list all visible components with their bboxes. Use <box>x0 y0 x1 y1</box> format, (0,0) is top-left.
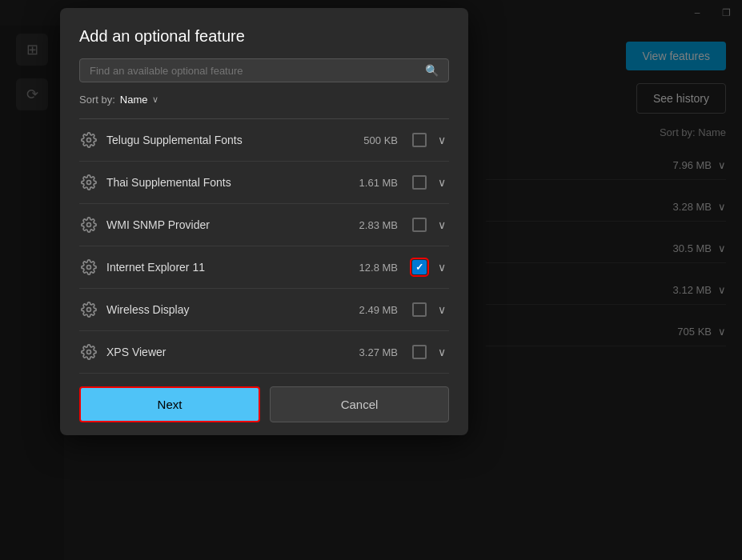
feature-name: Thai Supplemental Fonts <box>106 176 351 189</box>
dialog-title: Add an optional feature <box>79 27 449 46</box>
search-row[interactable]: 🔍 <box>79 58 449 82</box>
dialog-footer: Next Cancel <box>60 374 468 435</box>
sort-chevron-icon[interactable]: ∨ <box>152 94 158 105</box>
cancel-button[interactable]: Cancel <box>270 386 449 422</box>
feature-expand-icon[interactable]: ∨ <box>435 346 449 358</box>
feature-size: 500 KB <box>363 134 398 146</box>
dialog-header: Add an optional feature 🔍 Sort by: Name … <box>60 8 468 118</box>
svg-point-2 <box>87 223 91 227</box>
feature-checkbox[interactable] <box>412 175 427 190</box>
feature-name: Telugu Supplemental Fonts <box>106 134 355 146</box>
svg-point-3 <box>87 266 91 270</box>
feature-row: WMI SNMP Provider2.83 MB∨ <box>79 204 449 246</box>
feature-gear-icon <box>79 215 98 234</box>
sort-by-label: Sort by: <box>79 94 115 106</box>
feature-name: WMI SNMP Provider <box>106 218 351 231</box>
feature-row: XPS Viewer3.27 MB∨ <box>79 331 449 374</box>
feature-expand-icon[interactable]: ∨ <box>435 218 449 231</box>
feature-expand-icon[interactable]: ∨ <box>435 176 449 189</box>
feature-row: Telugu Supplemental Fonts500 KB∨ <box>79 119 449 162</box>
search-icon: 🔍 <box>425 64 439 77</box>
feature-row: Internet Explorer 1112.8 MB∨ <box>79 246 449 289</box>
sort-value[interactable]: Name <box>120 94 148 106</box>
feature-gear-icon <box>79 173 98 192</box>
search-input[interactable] <box>90 65 425 77</box>
svg-point-5 <box>87 350 91 354</box>
feature-gear-icon <box>79 342 98 362</box>
feature-checkbox[interactable] <box>412 133 427 147</box>
feature-size: 3.27 MB <box>359 346 398 358</box>
feature-name: XPS Viewer <box>106 346 351 358</box>
feature-checkbox[interactable] <box>412 345 427 359</box>
svg-point-1 <box>87 181 91 185</box>
feature-gear-icon <box>79 258 98 277</box>
feature-gear-icon <box>79 130 98 150</box>
feature-size: 2.49 MB <box>359 304 398 316</box>
sort-row: Sort by: Name ∨ <box>79 94 449 106</box>
feature-size: 1.61 MB <box>359 177 398 189</box>
feature-checkbox[interactable] <box>412 218 427 232</box>
feature-size: 12.8 MB <box>359 262 398 274</box>
svg-point-0 <box>87 138 91 142</box>
feature-checkbox[interactable] <box>412 260 427 274</box>
feature-size: 2.83 MB <box>359 219 398 231</box>
feature-row: Thai Supplemental Fonts1.61 MB∨ <box>79 162 449 204</box>
feature-name: Internet Explorer 11 <box>106 261 351 274</box>
feature-name: Wireless Display <box>106 303 351 316</box>
next-button[interactable]: Next <box>79 386 260 422</box>
add-optional-feature-dialog: Add an optional feature 🔍 Sort by: Name … <box>60 8 468 435</box>
svg-point-4 <box>87 308 91 312</box>
feature-expand-icon[interactable]: ∨ <box>435 303 449 316</box>
feature-row: Wireless Display2.49 MB∨ <box>79 289 449 331</box>
feature-gear-icon <box>79 300 98 319</box>
feature-checkbox[interactable] <box>412 302 427 317</box>
feature-expand-icon[interactable]: ∨ <box>435 261 449 274</box>
feature-expand-icon[interactable]: ∨ <box>435 134 449 146</box>
features-list: Telugu Supplemental Fonts500 KB∨ Thai Su… <box>60 119 468 374</box>
